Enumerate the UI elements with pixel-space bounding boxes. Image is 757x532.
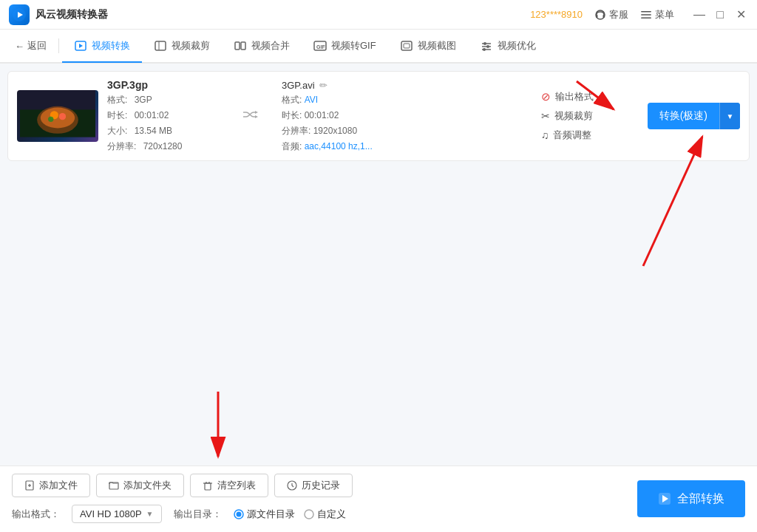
output-audio: 音频: aac,44100 hz,1... [282, 140, 532, 153]
shuffle-icon [242, 106, 258, 126]
svg-rect-5 [641, 11, 651, 13]
main-content: 3GP.3gp 格式: 3GP 时长: 00:01:02 大小: 13.54 M… [0, 64, 757, 466]
resolution-value: 720x1280 [143, 141, 183, 151]
svg-point-21 [483, 42, 486, 45]
video-gif-icon: GIF [313, 39, 327, 52]
convert-btn-wrapper: 转换(极速) ▼ [648, 103, 740, 129]
size-value: 13.54 MB [135, 126, 172, 136]
service-button[interactable]: 客服 [594, 8, 628, 21]
svg-marker-32 [255, 115, 258, 118]
back-arrow-icon: ← [15, 41, 24, 52]
bottom-toolbar: 添加文件 添加文件夹 清空列表 [12, 474, 745, 497]
tab-video-gif[interactable]: GIF 视频转GIF [302, 29, 388, 63]
convert-label: 转换(极速) [659, 109, 707, 123]
clear-list-button[interactable]: 清空列表 [190, 474, 268, 497]
source-filename: 3GP.3gp [107, 79, 218, 91]
add-folder-button[interactable]: 添加文件夹 [96, 474, 184, 497]
output-format: 格式: AVI [282, 94, 532, 106]
tab-video-merge-label: 视频合并 [251, 39, 290, 52]
radio-checked-icon [234, 509, 244, 519]
maximize-button[interactable]: □ [713, 7, 727, 22]
tab-video-merge[interactable]: 视频合并 [222, 29, 302, 63]
add-folder-icon [109, 480, 119, 491]
svg-rect-17 [404, 44, 410, 48]
tab-video-optimize-label: 视频优化 [498, 39, 536, 52]
svg-point-44 [305, 510, 313, 519]
source-file-info: 3GP.3gp 格式: 3GP 时长: 00:01:02 大小: 13.54 M… [107, 79, 218, 153]
history-icon [287, 480, 297, 491]
no-entry-icon: ⊘ [541, 90, 551, 103]
video-clip-label: 视频裁剪 [554, 109, 593, 123]
convert-button[interactable]: 转换(极速) ▼ [648, 103, 740, 129]
output-format-link[interactable]: ⊘ 输出格式 [541, 90, 594, 103]
user-id[interactable]: 123****8910 [530, 9, 583, 20]
radio-custom-label: 自定义 [317, 508, 346, 521]
svg-rect-3 [596, 15, 598, 18]
radio-source-dir[interactable]: 源文件目录 [234, 508, 295, 521]
audio-adjust-label: 音频调整 [553, 129, 591, 142]
minimize-button[interactable]: — [692, 7, 707, 22]
file-thumbnail [17, 90, 98, 142]
svg-rect-12 [235, 42, 240, 50]
svg-rect-16 [401, 41, 412, 50]
svg-point-27 [41, 108, 75, 129]
format-value: 3GP [135, 95, 152, 105]
radio-unchecked-icon [304, 509, 314, 519]
title-bar: 风云视频转换器 123****8910 客服 菜单 [0, 0, 757, 30]
tab-video-clip[interactable]: 视频裁剪 [142, 29, 222, 63]
duration-label: 时长: [107, 110, 127, 120]
convert-dropdown[interactable]: ▼ [719, 103, 740, 129]
convert-all-label: 全部转换 [677, 491, 724, 507]
svg-text:GIF: GIF [316, 44, 325, 50]
output-dir-label: 输出目录： [174, 508, 222, 521]
source-format: 格式: 3GP [107, 94, 218, 106]
menu-button[interactable]: 菜单 [640, 8, 674, 21]
audio-adjust-link[interactable]: ♫ 音频调整 [541, 129, 592, 142]
convert-all-button[interactable]: 全部转换 [637, 480, 745, 517]
audio-icon: ♫ [541, 129, 549, 141]
headphone-icon [594, 9, 606, 21]
svg-marker-9 [79, 44, 83, 48]
tab-video-gif-label: 视频转GIF [331, 39, 376, 52]
video-merge-icon [234, 39, 247, 52]
tab-video-optimize[interactable]: 视频优化 [468, 29, 548, 63]
menu-icon [640, 9, 652, 21]
output-format-label: 输出格式 [555, 90, 594, 103]
source-resolution: 分辨率: 720x1280 [107, 140, 218, 153]
clear-list-label: 清空列表 [217, 479, 256, 492]
close-button[interactable]: ✕ [733, 7, 748, 22]
tab-video-clip-label: 视频裁剪 [172, 39, 210, 52]
back-button[interactable]: ← 返回 [6, 39, 55, 52]
edit-icon: ✏ [319, 80, 327, 91]
play-icon [658, 492, 671, 505]
file-actions: ⊘ 输出格式 ✂ 视频裁剪 ♫ 音频调整 [541, 90, 630, 142]
back-label: 返回 [27, 39, 47, 52]
video-clip-icon [154, 39, 167, 52]
size-label: 大小: [107, 126, 127, 136]
window-controls: — □ ✕ [692, 7, 748, 22]
service-label: 客服 [609, 8, 628, 21]
svg-rect-6 [641, 14, 651, 16]
menu-label: 菜单 [655, 8, 674, 21]
output-filename: 3GP.avi ✏ [282, 80, 532, 91]
trash-icon [203, 480, 213, 491]
svg-rect-10 [155, 41, 166, 50]
tab-video-convert[interactable]: 视频转换 [62, 29, 142, 63]
app-logo [9, 4, 30, 25]
svg-point-30 [48, 117, 53, 122]
output-format-value: AVI HD 1080P [80, 508, 142, 519]
add-file-button[interactable]: 添加文件 [12, 474, 90, 497]
history-button[interactable]: 历史记录 [274, 474, 353, 497]
bottom-options: 输出格式： AVI HD 1080P ▼ 输出目录： 源文件目录 [12, 505, 745, 523]
svg-rect-37 [205, 483, 211, 490]
tab-video-screenshot[interactable]: 视频截图 [388, 29, 468, 63]
radio-custom-dir[interactable]: 自定义 [304, 508, 346, 521]
svg-marker-31 [255, 111, 258, 114]
nav-divider [58, 38, 59, 53]
svg-rect-4 [603, 15, 605, 18]
svg-point-22 [486, 45, 489, 48]
output-format-select[interactable]: AVI HD 1080P ▼ [72, 505, 162, 523]
output-resolution: 分辨率: 1920x1080 [282, 125, 532, 137]
output-format-label: 输出格式： [12, 508, 60, 521]
video-clip-link[interactable]: ✂ 视频裁剪 [541, 109, 593, 123]
